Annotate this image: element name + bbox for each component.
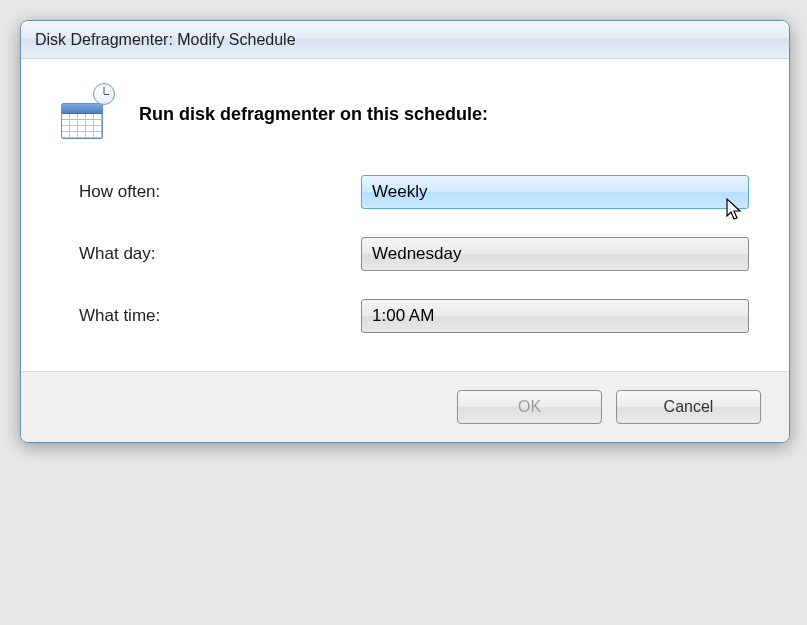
dialog-footer: OK Cancel: [21, 371, 789, 442]
ok-button[interactable]: OK: [457, 390, 602, 424]
dropdown-what-day[interactable]: Wednesday: [361, 237, 749, 271]
heading: Run disk defragmenter on this schedule:: [139, 104, 488, 125]
dropdown-what-time-value: 1:00 AM: [372, 306, 434, 326]
row-how-often: How often: Weekly: [61, 175, 749, 209]
window-title: Disk Defragmenter: Modify Schedule: [35, 31, 296, 49]
titlebar[interactable]: Disk Defragmenter: Modify Schedule: [21, 21, 789, 59]
label-what-day: What day:: [61, 244, 361, 264]
row-what-time: What time: 1:00 AM: [61, 299, 749, 333]
dropdown-what-time[interactable]: 1:00 AM: [361, 299, 749, 333]
label-what-time: What time:: [61, 306, 361, 326]
dialog-content: Run disk defragmenter on this schedule: …: [21, 59, 789, 371]
cancel-button[interactable]: Cancel: [616, 390, 761, 424]
header-row: Run disk defragmenter on this schedule:: [61, 89, 749, 139]
dropdown-what-day-value: Wednesday: [372, 244, 461, 264]
cursor-icon: [726, 198, 746, 224]
label-how-often: How often:: [61, 182, 361, 202]
calendar-clock-icon: [61, 89, 111, 139]
dialog-window: Disk Defragmenter: Modify Schedule Run d…: [20, 20, 790, 443]
dropdown-how-often-value: Weekly: [372, 182, 427, 202]
row-what-day: What day: Wednesday: [61, 237, 749, 271]
dropdown-how-often[interactable]: Weekly: [361, 175, 749, 209]
